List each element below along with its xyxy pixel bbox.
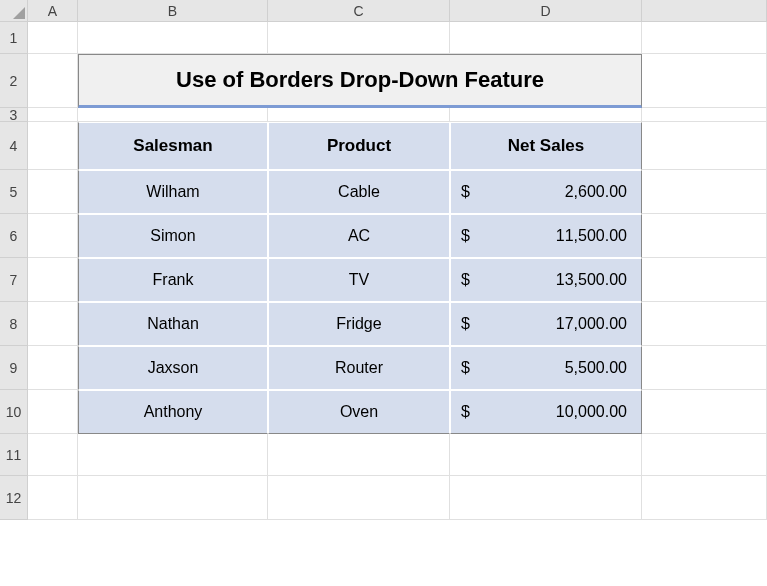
table-row[interactable]: TV [268, 258, 450, 302]
cell-e10[interactable] [642, 390, 767, 434]
table-row[interactable]: $17,000.00 [450, 302, 642, 346]
table-row[interactable]: Fridge [268, 302, 450, 346]
cell-e11[interactable] [642, 434, 767, 476]
table-row[interactable]: Oven [268, 390, 450, 434]
col-header-a[interactable]: A [28, 0, 78, 22]
cell-c3[interactable] [268, 108, 450, 122]
sales-value: 2,600.00 [565, 183, 627, 201]
row-header-5[interactable]: 5 [0, 170, 28, 214]
cell-d12[interactable] [450, 476, 642, 520]
cell-e4[interactable] [642, 122, 767, 170]
row-header-3[interactable]: 3 [0, 108, 28, 122]
row-header-1[interactable]: 1 [0, 22, 28, 54]
table-row[interactable]: Wilham [78, 170, 268, 214]
cell-e9[interactable] [642, 346, 767, 390]
row-header-9[interactable]: 9 [0, 346, 28, 390]
sales-value: 13,500.00 [556, 271, 627, 289]
cell-e3[interactable] [642, 108, 767, 122]
currency-sign: $ [461, 227, 470, 245]
table-row[interactable]: Anthony [78, 390, 268, 434]
cell-a9[interactable] [28, 346, 78, 390]
currency-sign: $ [461, 271, 470, 289]
row-header-12[interactable]: 12 [0, 476, 28, 520]
table-row[interactable]: Simon [78, 214, 268, 258]
table-row[interactable]: Frank [78, 258, 268, 302]
header-salesman[interactable]: Salesman [78, 122, 268, 170]
cell-b11[interactable] [78, 434, 268, 476]
cell-a1[interactable] [28, 22, 78, 54]
table-row[interactable]: $10,000.00 [450, 390, 642, 434]
row-header-7[interactable]: 7 [0, 258, 28, 302]
cell-a7[interactable] [28, 258, 78, 302]
title-cell[interactable]: Use of Borders Drop-Down Feature [78, 54, 642, 108]
cell-e12[interactable] [642, 476, 767, 520]
table-row[interactable]: AC [268, 214, 450, 258]
spreadsheet-grid[interactable]: A B C D 1 2 Use of Borders Drop-Down Fea… [0, 0, 767, 520]
cell-d11[interactable] [450, 434, 642, 476]
row-header-8[interactable]: 8 [0, 302, 28, 346]
cell-a3[interactable] [28, 108, 78, 122]
col-header-b[interactable]: B [78, 0, 268, 22]
cell-c11[interactable] [268, 434, 450, 476]
cell-e7[interactable] [642, 258, 767, 302]
cell-d3[interactable] [450, 108, 642, 122]
cell-e1[interactable] [642, 22, 767, 54]
cell-a10[interactable] [28, 390, 78, 434]
currency-sign: $ [461, 315, 470, 333]
row-header-6[interactable]: 6 [0, 214, 28, 258]
currency-sign: $ [461, 183, 470, 201]
row-header-4[interactable]: 4 [0, 122, 28, 170]
table-row[interactable]: Router [268, 346, 450, 390]
cell-e6[interactable] [642, 214, 767, 258]
table-row[interactable]: $2,600.00 [450, 170, 642, 214]
cell-a8[interactable] [28, 302, 78, 346]
row-header-10[interactable]: 10 [0, 390, 28, 434]
cell-e5[interactable] [642, 170, 767, 214]
cell-a5[interactable] [28, 170, 78, 214]
select-all-corner[interactable] [0, 0, 28, 22]
cell-e8[interactable] [642, 302, 767, 346]
col-header-d[interactable]: D [450, 0, 642, 22]
table-row[interactable]: $11,500.00 [450, 214, 642, 258]
table-row[interactable]: Nathan [78, 302, 268, 346]
sales-value: 10,000.00 [556, 403, 627, 421]
cell-a2[interactable] [28, 54, 78, 108]
table-row[interactable]: $5,500.00 [450, 346, 642, 390]
currency-sign: $ [461, 403, 470, 421]
row-header-11[interactable]: 11 [0, 434, 28, 476]
col-header-e[interactable] [642, 0, 767, 22]
table-row[interactable]: Cable [268, 170, 450, 214]
cell-e2[interactable] [642, 54, 767, 108]
sales-value: 17,000.00 [556, 315, 627, 333]
cell-a12[interactable] [28, 476, 78, 520]
cell-a11[interactable] [28, 434, 78, 476]
table-row[interactable]: $13,500.00 [450, 258, 642, 302]
cell-c12[interactable] [268, 476, 450, 520]
cell-a4[interactable] [28, 122, 78, 170]
cell-b12[interactable] [78, 476, 268, 520]
cell-b1[interactable] [78, 22, 268, 54]
header-product[interactable]: Product [268, 122, 450, 170]
sales-value: 5,500.00 [565, 359, 627, 377]
cell-a6[interactable] [28, 214, 78, 258]
row-header-2[interactable]: 2 [0, 54, 28, 108]
cell-b3[interactable] [78, 108, 268, 122]
currency-sign: $ [461, 359, 470, 377]
header-netsales[interactable]: Net Sales [450, 122, 642, 170]
cell-c1[interactable] [268, 22, 450, 54]
col-header-c[interactable]: C [268, 0, 450, 22]
table-row[interactable]: Jaxson [78, 346, 268, 390]
sales-value: 11,500.00 [556, 227, 627, 245]
cell-d1[interactable] [450, 22, 642, 54]
